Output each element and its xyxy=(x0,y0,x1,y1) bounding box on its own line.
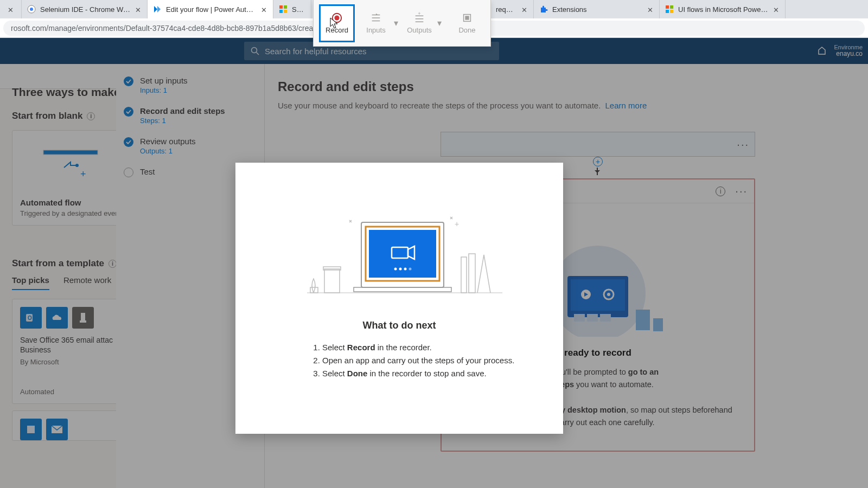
stop-icon xyxy=(461,12,473,24)
close-icon[interactable]: ✕ xyxy=(521,6,528,12)
close-icon[interactable]: ✕ xyxy=(135,6,142,12)
svg-rect-35 xyxy=(324,269,340,293)
tab-title: Edit your flow | Power Automate xyxy=(166,5,257,14)
svg-point-43 xyxy=(394,268,397,271)
chevron-down-icon[interactable]: ▾ xyxy=(394,18,398,28)
tab-title: Extensions xyxy=(552,5,643,14)
ms-icon xyxy=(279,5,288,14)
svg-text:+: + xyxy=(418,12,420,16)
modal-steps: Select Record in the recorder. Open an a… xyxy=(322,341,541,380)
svg-text:+: + xyxy=(455,220,459,228)
tab-title: UI flows in Microsoft Power Auto xyxy=(678,5,769,14)
svg-rect-38 xyxy=(354,287,451,292)
svg-rect-7 xyxy=(670,5,673,9)
svg-rect-47 xyxy=(461,257,467,293)
svg-rect-4 xyxy=(279,10,283,13)
svg-rect-9 xyxy=(670,10,673,13)
outputs-button[interactable]: + Outputs ▾ xyxy=(401,4,442,42)
close-icon[interactable]: ✕ xyxy=(773,6,780,12)
modal-illustration: + xyxy=(257,179,541,298)
flow-icon xyxy=(153,5,162,14)
button-label: Done xyxy=(458,26,475,34)
svg-rect-6 xyxy=(666,5,669,9)
tab-selenium[interactable]: Selenium IDE - Chrome Web Sto ✕ xyxy=(22,0,148,18)
svg-rect-3 xyxy=(284,5,287,9)
svg-rect-54 xyxy=(465,16,469,20)
button-label: Outputs xyxy=(407,26,432,34)
tab-title: requirem xyxy=(496,5,517,14)
tab-extensions[interactable]: Extensions ✕ xyxy=(534,0,660,18)
chrome-icon xyxy=(27,5,36,14)
tab-setup[interactable]: Set up xyxy=(273,0,311,18)
what-to-do-modal: + What to do next Select Record in the r… xyxy=(235,163,563,434)
tab-powerautomate[interactable]: Edit your flow | Power Automate ✕ xyxy=(148,0,273,18)
svg-rect-5 xyxy=(284,10,287,13)
tab-title: Selenium IDE - Chrome Web Sto xyxy=(40,5,131,14)
outputs-icon: + xyxy=(413,12,425,24)
svg-point-45 xyxy=(404,268,407,271)
close-icon[interactable]: ✕ xyxy=(647,6,654,12)
svg-point-1 xyxy=(30,8,33,11)
close-icon[interactable]: ✕ xyxy=(8,6,14,12)
puzzle-icon xyxy=(539,5,548,14)
tab-uiflows[interactable]: UI flows in Microsoft Power Auto ✕ xyxy=(660,0,786,18)
url-text: rosoft.com/manage/environments/Default-3… xyxy=(11,24,320,33)
close-icon[interactable]: ✕ xyxy=(261,6,267,12)
svg-rect-48 xyxy=(469,254,475,293)
svg-rect-8 xyxy=(666,10,669,13)
svg-rect-2 xyxy=(279,5,283,9)
done-button[interactable]: Done xyxy=(449,4,485,42)
recorder-toolbar: Record Inputs ▾ + Outputs ▾ Done xyxy=(313,0,491,47)
tab-require[interactable]: requirem ✕ xyxy=(490,0,534,18)
tab-title: Set up xyxy=(292,5,305,14)
tab-blank[interactable]: ✕ xyxy=(0,0,22,18)
button-label: Inputs xyxy=(366,26,385,34)
inputs-icon xyxy=(370,12,382,24)
svg-point-46 xyxy=(409,268,412,271)
chevron-down-icon[interactable]: ▾ xyxy=(437,18,442,28)
inputs-button[interactable]: Inputs ▾ xyxy=(358,4,398,42)
modal-title: What to do next xyxy=(257,320,541,331)
svg-point-44 xyxy=(399,268,402,271)
cursor-icon xyxy=(330,17,339,29)
svg-rect-36 xyxy=(323,267,341,270)
svg-rect-41 xyxy=(369,230,436,278)
ms-icon xyxy=(665,5,674,14)
